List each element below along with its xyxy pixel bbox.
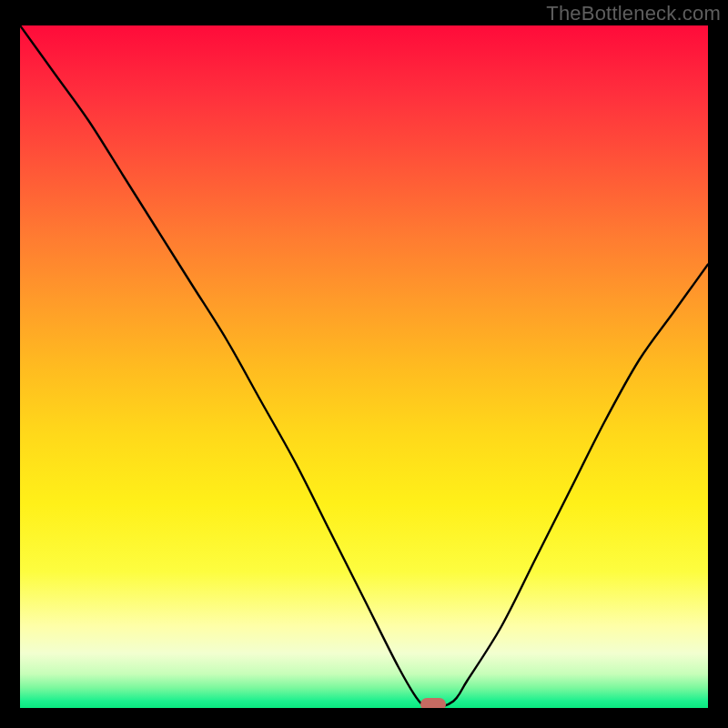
plot-area xyxy=(20,25,708,708)
bottleneck-curve xyxy=(20,25,708,708)
chart-frame: TheBottleneck.com xyxy=(0,0,728,728)
watermark-text: TheBottleneck.com xyxy=(546,2,721,25)
min-marker-icon xyxy=(420,698,446,708)
